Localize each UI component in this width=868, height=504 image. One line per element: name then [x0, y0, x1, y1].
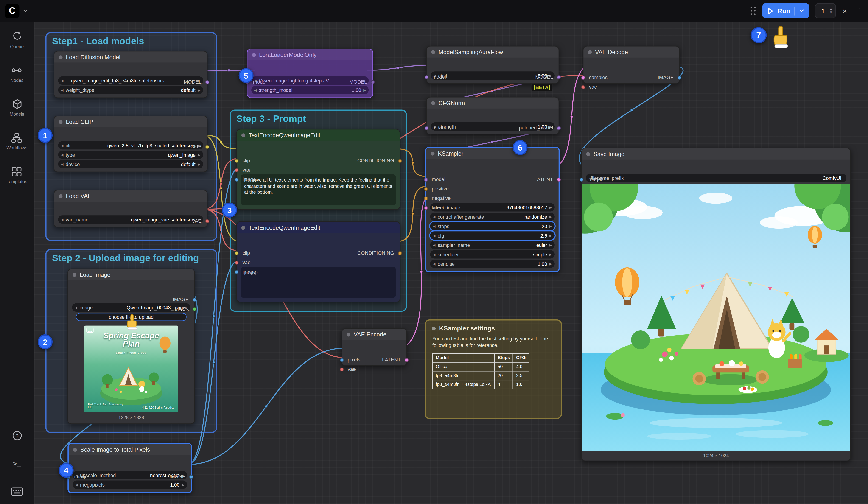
decrement-arrow-icon[interactable]: ◀	[433, 224, 435, 228]
collapse-dot-icon[interactable]	[59, 55, 63, 59]
port-clip[interactable]: CLIP	[190, 143, 207, 151]
node-vae-encode[interactable]: VAE Encode pixelsvaeLATENT	[341, 328, 407, 366]
port-clip[interactable]: clip	[237, 157, 250, 165]
port-dot-icon[interactable]	[425, 75, 428, 79]
port-dot-icon[interactable]	[340, 358, 344, 362]
port-dot-icon[interactable]	[424, 206, 428, 209]
port-mask[interactable]: MASK	[175, 305, 194, 313]
drag-handle-icon[interactable]	[750, 6, 757, 16]
port-dot-icon[interactable]	[581, 75, 585, 80]
widget-steps[interactable]: ◀steps20▶	[430, 222, 555, 230]
decrement-arrow-icon[interactable]: ◀	[61, 153, 63, 157]
collapse-dot-icon[interactable]	[431, 50, 435, 54]
port-image[interactable]: IMAGE	[173, 296, 194, 304]
decrement-arrow-icon[interactable]: ◀	[433, 243, 435, 247]
node-header[interactable]: TextEncodeQwenImageEdit	[237, 222, 400, 233]
widget-control-after-generate[interactable]: ◀control after generaterandomize▶	[430, 213, 555, 221]
widget-cli-...[interactable]: ◀cli ...qwen_2.5_vl_7b_fp8_scaled.safete…	[58, 141, 203, 150]
run-button[interactable]: Run	[762, 3, 809, 18]
widget-device[interactable]: ◀devicedefault▶	[58, 160, 203, 168]
node-header[interactable]: KSampler	[426, 148, 558, 159]
port-dot-icon[interactable]	[235, 168, 239, 172]
decrement-arrow-icon[interactable]: ◀	[75, 483, 78, 486]
node-load-clip[interactable]: Load CLIP CLIP ◀cli ...qwen_2.5_vl_7b_fp…	[54, 116, 208, 172]
port-vae[interactable]: vae	[237, 258, 250, 266]
widget-weight_dtype[interactable]: ◀weight_dtypedefault▶	[58, 86, 203, 94]
port-image[interactable]: IMAGE	[169, 473, 191, 481]
collapse-dot-icon[interactable]	[347, 332, 350, 336]
decrement-arrow-icon[interactable]: ◀	[61, 79, 63, 83]
sidebar-item-workflows[interactable]: Workflows	[7, 132, 27, 151]
decrement-arrow-icon[interactable]: ◀	[75, 306, 78, 309]
port-dot-icon[interactable]	[424, 177, 428, 181]
increment-icon[interactable]: ▲	[829, 8, 833, 11]
port-dot-icon[interactable]	[235, 270, 239, 274]
sidebar-item-nodes[interactable]: Nodes	[10, 65, 23, 83]
port-dot-icon[interactable]	[581, 85, 585, 89]
collapse-dot-icon[interactable]	[241, 133, 245, 137]
decrement-arrow-icon[interactable]: ◀	[61, 162, 63, 166]
node-header[interactable]: Load Diffusion Model	[54, 51, 207, 62]
node-header[interactable]: CFGNorm	[427, 97, 559, 109]
port-latent[interactable]: LATENT	[534, 176, 559, 183]
widget-strength_model[interactable]: ◀strength_model1.00▶	[251, 86, 369, 94]
port-samples[interactable]: samples	[583, 74, 608, 82]
port-dot-icon[interactable]	[235, 158, 239, 163]
batch-count-stepper[interactable]: 1 ▲ ▼	[815, 3, 836, 18]
node-header[interactable]: Load CLIP	[54, 116, 207, 127]
increment-arrow-icon[interactable]: ▶	[182, 483, 184, 486]
node-header[interactable]: Scale Image to Total Pixels	[69, 444, 191, 455]
widget-type[interactable]: ◀typeqwen_image▶	[58, 151, 203, 159]
increment-arrow-icon[interactable]: ▶	[549, 215, 552, 219]
node-header[interactable]: Save Image	[582, 148, 850, 159]
chevron-down-icon[interactable]	[23, 9, 28, 13]
increment-arrow-icon[interactable]: ▶	[198, 88, 200, 92]
increment-arrow-icon[interactable]: ▶	[549, 253, 552, 256]
decrement-arrow-icon[interactable]: ◀	[61, 88, 63, 92]
port-positive[interactable]: positive	[426, 185, 449, 193]
widget-combo[interactable]: ◀... qwen_image_edit_fp8_e4m3fn.safetens…	[58, 76, 203, 85]
help-icon[interactable]: ?	[11, 430, 22, 441]
port-patched_model[interactable]: patched_model	[519, 124, 559, 132]
node-text-encode-positive[interactable]: TextEncodeQwenImageEdit clipvaeimageCOND…	[236, 129, 400, 210]
widget-denoise[interactable]: ◀denoise1.00▶	[430, 259, 555, 268]
node-header[interactable]: Load Image	[68, 269, 194, 280]
port-latent_image[interactable]: latent_image	[426, 204, 460, 212]
increment-arrow-icon[interactable]: ▶	[363, 88, 366, 92]
port-image[interactable]: image	[237, 176, 256, 183]
widget-image[interactable]: ◀imageQwen-Image_00043_.png▶	[72, 304, 190, 312]
decrement-arrow-icon[interactable]: ◀	[61, 218, 63, 222]
chevron-down-icon[interactable]	[799, 9, 804, 13]
port-dot-icon[interactable]	[235, 260, 239, 264]
port-model[interactable]: model	[427, 73, 446, 81]
panel-toggle-icon[interactable]	[854, 8, 860, 14]
node-header[interactable]: VAE Encode	[342, 329, 406, 340]
port-dot-icon[interactable]	[579, 177, 583, 181]
increment-arrow-icon[interactable]: ▶	[198, 153, 200, 157]
decrement-arrow-icon[interactable]: ◀	[433, 234, 435, 238]
collapse-dot-icon[interactable]	[241, 226, 245, 229]
port-image[interactable]: image	[237, 268, 256, 276]
port-conditioning[interactable]: CONDITIONING	[357, 249, 400, 257]
decrement-arrow-icon[interactable]: ◀	[254, 88, 257, 92]
node-header[interactable]: VAE Decode	[583, 47, 679, 58]
port-dot-icon[interactable]	[424, 196, 428, 200]
port-vae[interactable]: vae	[342, 366, 356, 373]
collapse-dot-icon[interactable]	[73, 448, 77, 451]
keyboard-icon[interactable]	[11, 487, 23, 496]
collapse-dot-icon[interactable]	[59, 120, 63, 124]
node-load-image[interactable]: Load Image IMAGEMASK ◀imageQwen-Image_00…	[68, 268, 195, 424]
increment-arrow-icon[interactable]: ▶	[549, 243, 552, 247]
comfyui-logo[interactable]: C	[5, 4, 20, 18]
port-pixels[interactable]: pixels	[342, 356, 361, 364]
increment-arrow-icon[interactable]: ▶	[198, 162, 200, 166]
widget-sampler_name[interactable]: ◀sampler_nameeuler▶	[430, 241, 555, 249]
collapse-dot-icon[interactable]	[431, 101, 435, 105]
collapse-dot-icon[interactable]	[252, 53, 256, 57]
widget-filename_prefix[interactable]: filename_prefixComfyUI	[586, 174, 846, 182]
port-model[interactable]: MODEL	[349, 78, 372, 86]
sidebar-item-models[interactable]: Models	[10, 99, 24, 117]
port-dot-icon[interactable]	[425, 126, 428, 130]
port-dot-icon[interactable]	[340, 367, 344, 371]
node-header[interactable]: TextEncodeQwenImageEdit	[237, 130, 400, 141]
